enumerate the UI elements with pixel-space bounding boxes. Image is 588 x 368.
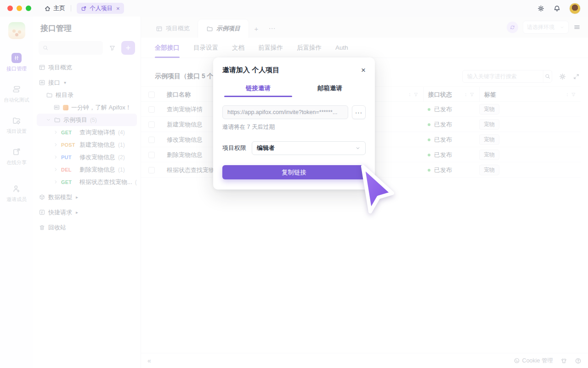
home-button[interactable]: 主页 (44, 4, 65, 12)
permission-label: 项目权限 (222, 144, 246, 152)
modal-title: 邀请加入 个人项目 (222, 66, 279, 75)
invite-tabs: 链接邀请邮箱邀请 (213, 79, 375, 97)
project-tab-label: 个人项目 (90, 5, 113, 12)
permission-select[interactable]: 编辑者 (252, 141, 366, 155)
modal-close-icon[interactable]: × (361, 66, 366, 74)
expire-note: 邀请将在 7 天后过期 (222, 123, 366, 131)
pointer-cursor (357, 162, 399, 216)
project-tab[interactable]: 个人项目 × (77, 3, 124, 14)
copy-link-button[interactable]: 复制链接 (222, 165, 366, 179)
bell-icon[interactable] (553, 5, 561, 12)
home-label: 主页 (53, 4, 65, 12)
minimize-window-button[interactable] (17, 6, 22, 11)
window-controls (7, 6, 31, 11)
permission-value: 编辑者 (257, 144, 275, 152)
zoom-window-button[interactable] (26, 6, 31, 11)
home-icon (44, 5, 51, 12)
share-tab-icon (81, 6, 87, 12)
invite-link-input[interactable]: https://app.apifox.com/invite?token=****… (222, 105, 348, 119)
close-window-button[interactable] (7, 6, 13, 11)
user-avatar[interactable] (569, 3, 581, 14)
link-options-button[interactable]: ··· (352, 105, 366, 119)
chevron-down-icon (355, 145, 361, 151)
divider (71, 5, 71, 12)
title-bar: 主页 个人项目 × (0, 0, 588, 17)
apifox-window: 主页 个人项目 × 接口管理自动化测试项目设置在线分享邀请成员 接口管理 (0, 0, 588, 368)
invite-tab-链接邀请[interactable]: 链接邀请 (222, 79, 294, 97)
gear-icon[interactable] (537, 5, 545, 12)
invite-tab-邮箱邀请[interactable]: 邮箱邀请 (294, 79, 366, 97)
invite-modal: 邀请加入 个人项目 × 链接邀请邮箱邀请 https://app.apifox.… (213, 58, 375, 190)
close-tab-icon[interactable]: × (116, 5, 120, 12)
